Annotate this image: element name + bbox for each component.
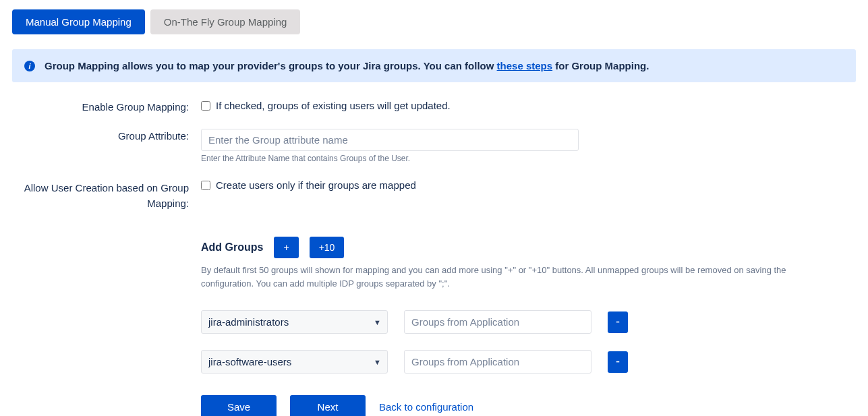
group-select-wrap: jira-software-users ▼	[201, 350, 388, 374]
group-application-input[interactable]	[404, 350, 591, 374]
enable-group-mapping-text: If checked, groups of existing users wil…	[216, 100, 451, 111]
row-enable-group-mapping: Enable Group Mapping: If checked, groups…	[12, 98, 856, 113]
row-allow-user-creation: Allow User Creation based on Group Mappi…	[12, 178, 856, 211]
label-allow-user-creation: Allow User Creation based on Group Mappi…	[12, 178, 201, 211]
row-add-groups: Add Groups + +10 By default first 50 gro…	[12, 235, 856, 416]
remove-group-button[interactable]: -	[608, 311, 628, 333]
group-application-input[interactable]	[404, 310, 591, 334]
enable-group-mapping-checkbox-label[interactable]: If checked, groups of existing users wil…	[201, 100, 856, 111]
row-group-attribute: Group Attribute: Enter the Attribute Nam…	[12, 127, 856, 163]
group-select[interactable]: jira-administrators	[201, 310, 388, 334]
group-mapping-row: jira-software-users ▼ -	[201, 350, 856, 374]
tab-manual-group-mapping[interactable]: Manual Group Mapping	[12, 9, 145, 34]
info-banner: i Group Mapping allows you to map your p…	[12, 49, 856, 82]
next-button[interactable]: Next	[290, 395, 366, 416]
add-groups-helper: By default first 50 groups will shown fo…	[201, 264, 828, 290]
group-attribute-helper: Enter the Attribute Name that contains G…	[201, 154, 856, 163]
info-link-these-steps[interactable]: these steps	[497, 60, 553, 71]
add-group-plus-button[interactable]: +	[274, 237, 298, 258]
group-select[interactable]: jira-software-users	[201, 350, 388, 374]
info-text-prefix: Group Mapping allows you to map your pro…	[45, 60, 497, 71]
tabs: Manual Group Mapping On-The Fly Group Ma…	[12, 9, 856, 34]
tab-on-the-fly-group-mapping[interactable]: On-The Fly Group Mapping	[150, 9, 301, 34]
group-mapping-row: jira-administrators ▼ -	[201, 310, 856, 334]
label-enable-group-mapping: Enable Group Mapping:	[12, 98, 201, 113]
remove-group-button[interactable]: -	[608, 351, 628, 373]
allow-user-creation-checkbox[interactable]	[201, 181, 210, 190]
form-actions: Save Next Back to configuration	[201, 395, 856, 416]
allow-user-creation-checkbox-label[interactable]: Create users only if their groups are ma…	[201, 179, 856, 191]
form-area: Enable Group Mapping: If checked, groups…	[12, 98, 856, 416]
add-group-plus10-button[interactable]: +10	[310, 237, 345, 258]
info-text-suffix: for Group Mapping.	[552, 60, 649, 71]
allow-user-creation-text: Create users only if their groups are ma…	[216, 179, 416, 191]
enable-group-mapping-checkbox[interactable]	[201, 101, 210, 111]
label-group-attribute: Group Attribute:	[12, 127, 201, 142]
info-text: Group Mapping allows you to map your pro…	[45, 60, 649, 71]
info-icon: i	[24, 61, 35, 71]
back-to-configuration-link[interactable]: Back to configuration	[379, 401, 473, 413]
group-select-wrap: jira-administrators ▼	[201, 310, 388, 334]
add-groups-title: Add Groups	[201, 241, 263, 254]
group-attribute-input[interactable]	[201, 129, 579, 151]
save-button[interactable]: Save	[201, 395, 277, 416]
